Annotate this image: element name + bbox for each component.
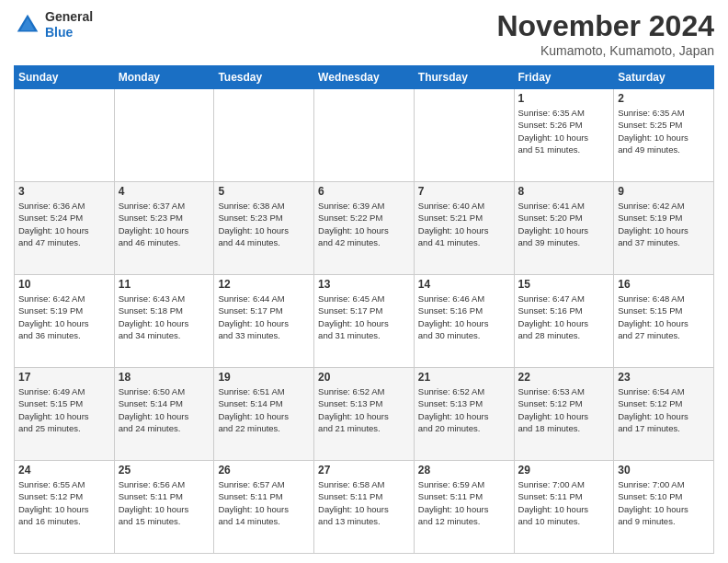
day-number: 6 — [318, 185, 410, 198]
col-friday: Friday — [514, 66, 614, 89]
cell-2-4: 14Sunrise: 6:46 AMSunset: 5:16 PMDayligh… — [414, 275, 514, 368]
cell-info: Sunrise: 6:51 AMSunset: 5:14 PMDaylight:… — [218, 385, 310, 434]
cell-2-5: 15Sunrise: 6:47 AMSunset: 5:16 PMDayligh… — [514, 275, 614, 368]
cell-info: Sunrise: 6:52 AMSunset: 5:13 PMDaylight:… — [318, 385, 410, 434]
day-number: 30 — [618, 464, 710, 477]
cell-1-3: 6Sunrise: 6:39 AMSunset: 5:22 PMDaylight… — [314, 182, 415, 275]
day-number: 7 — [418, 185, 510, 198]
logo-text: General Blue — [45, 9, 93, 40]
cell-3-4: 21Sunrise: 6:52 AMSunset: 5:13 PMDayligh… — [414, 368, 514, 461]
logo: General Blue — [14, 9, 93, 40]
cell-4-6: 30Sunrise: 7:00 AMSunset: 5:10 PMDayligh… — [614, 461, 714, 554]
cell-info: Sunrise: 6:35 AMSunset: 5:26 PMDaylight:… — [518, 107, 610, 155]
logo-blue: Blue — [45, 25, 73, 40]
cell-1-0: 3Sunrise: 6:36 AMSunset: 5:24 PMDaylight… — [15, 182, 115, 275]
cell-info: Sunrise: 6:56 AMSunset: 5:11 PMDaylight:… — [119, 478, 210, 527]
day-number: 3 — [18, 185, 110, 198]
day-number: 26 — [218, 464, 310, 477]
day-number: 19 — [218, 371, 310, 384]
cell-1-5: 8Sunrise: 6:41 AMSunset: 5:20 PMDaylight… — [514, 182, 614, 275]
day-number: 21 — [418, 371, 510, 384]
cell-1-2: 5Sunrise: 6:38 AMSunset: 5:23 PMDaylight… — [214, 182, 314, 275]
cell-info: Sunrise: 6:54 AMSunset: 5:12 PMDaylight:… — [618, 385, 710, 434]
cell-1-6: 9Sunrise: 6:42 AMSunset: 5:19 PMDaylight… — [614, 182, 714, 275]
day-number: 17 — [18, 371, 110, 384]
cell-info: Sunrise: 6:53 AMSunset: 5:12 PMDaylight:… — [518, 385, 610, 434]
col-tuesday: Tuesday — [214, 66, 314, 89]
day-number: 10 — [18, 278, 110, 291]
location: Kumamoto, Kumamoto, Japan — [496, 43, 714, 58]
cell-4-5: 29Sunrise: 7:00 AMSunset: 5:11 PMDayligh… — [514, 461, 614, 554]
day-number: 16 — [618, 278, 710, 291]
cell-info: Sunrise: 6:39 AMSunset: 5:22 PMDaylight:… — [318, 200, 410, 248]
cell-info: Sunrise: 6:48 AMSunset: 5:15 PMDaylight:… — [618, 293, 710, 341]
cell-4-4: 28Sunrise: 6:59 AMSunset: 5:11 PMDayligh… — [414, 461, 514, 554]
cell-3-2: 19Sunrise: 6:51 AMSunset: 5:14 PMDayligh… — [214, 368, 314, 461]
cell-info: Sunrise: 6:49 AMSunset: 5:15 PMDaylight:… — [18, 385, 110, 434]
week-row-4: 24Sunrise: 6:55 AMSunset: 5:12 PMDayligh… — [15, 461, 714, 554]
page: General Blue November 2024 Kumamoto, Kum… — [0, 0, 728, 563]
day-number: 8 — [518, 185, 610, 198]
col-monday: Monday — [114, 66, 214, 89]
day-number: 5 — [218, 185, 310, 198]
cell-1-1: 4Sunrise: 6:37 AMSunset: 5:23 PMDaylight… — [114, 182, 214, 275]
day-number: 22 — [518, 371, 610, 384]
week-row-1: 3Sunrise: 6:36 AMSunset: 5:24 PMDaylight… — [15, 182, 714, 275]
cell-info: Sunrise: 6:42 AMSunset: 5:19 PMDaylight:… — [618, 200, 710, 248]
day-number: 24 — [18, 464, 110, 477]
cell-1-4: 7Sunrise: 6:40 AMSunset: 5:21 PMDaylight… — [414, 182, 514, 275]
day-number: 1 — [518, 92, 610, 105]
day-number: 4 — [119, 185, 210, 198]
cell-4-2: 26Sunrise: 6:57 AMSunset: 5:11 PMDayligh… — [214, 461, 314, 554]
day-number: 14 — [418, 278, 510, 291]
cell-info: Sunrise: 7:00 AMSunset: 5:11 PMDaylight:… — [518, 478, 610, 527]
cell-info: Sunrise: 6:47 AMSunset: 5:16 PMDaylight:… — [518, 293, 610, 341]
day-number: 9 — [618, 185, 710, 198]
day-number: 25 — [119, 464, 210, 477]
day-number: 23 — [618, 371, 710, 384]
cell-3-6: 23Sunrise: 6:54 AMSunset: 5:12 PMDayligh… — [614, 368, 714, 461]
cell-2-0: 10Sunrise: 6:42 AMSunset: 5:19 PMDayligh… — [15, 275, 115, 368]
col-wednesday: Wednesday — [314, 66, 415, 89]
cell-0-5: 1Sunrise: 6:35 AMSunset: 5:26 PMDaylight… — [514, 89, 614, 182]
calendar-body: 1Sunrise: 6:35 AMSunset: 5:26 PMDaylight… — [15, 89, 714, 554]
cell-0-3 — [314, 89, 415, 182]
cell-2-1: 11Sunrise: 6:43 AMSunset: 5:18 PMDayligh… — [114, 275, 214, 368]
cell-0-2 — [214, 89, 314, 182]
cell-info: Sunrise: 6:35 AMSunset: 5:25 PMDaylight:… — [618, 107, 710, 155]
cell-0-6: 2Sunrise: 6:35 AMSunset: 5:25 PMDaylight… — [614, 89, 714, 182]
cell-2-2: 12Sunrise: 6:44 AMSunset: 5:17 PMDayligh… — [214, 275, 314, 368]
cell-info: Sunrise: 6:58 AMSunset: 5:11 PMDaylight:… — [318, 478, 410, 527]
cell-4-0: 24Sunrise: 6:55 AMSunset: 5:12 PMDayligh… — [15, 461, 115, 554]
cell-info: Sunrise: 6:36 AMSunset: 5:24 PMDaylight:… — [18, 200, 110, 248]
cell-info: Sunrise: 6:38 AMSunset: 5:23 PMDaylight:… — [218, 200, 310, 248]
month-title: November 2024 — [496, 9, 714, 43]
cell-3-3: 20Sunrise: 6:52 AMSunset: 5:13 PMDayligh… — [314, 368, 415, 461]
week-row-2: 10Sunrise: 6:42 AMSunset: 5:19 PMDayligh… — [15, 275, 714, 368]
cell-info: Sunrise: 6:55 AMSunset: 5:12 PMDaylight:… — [18, 478, 110, 527]
day-number: 18 — [119, 371, 210, 384]
day-number: 2 — [618, 92, 710, 105]
cell-info: Sunrise: 6:42 AMSunset: 5:19 PMDaylight:… — [18, 293, 110, 341]
day-number: 12 — [218, 278, 310, 291]
cell-info: Sunrise: 6:50 AMSunset: 5:14 PMDaylight:… — [119, 385, 210, 434]
cell-4-3: 27Sunrise: 6:58 AMSunset: 5:11 PMDayligh… — [314, 461, 415, 554]
cell-info: Sunrise: 6:44 AMSunset: 5:17 PMDaylight:… — [218, 293, 310, 341]
cell-3-1: 18Sunrise: 6:50 AMSunset: 5:14 PMDayligh… — [114, 368, 214, 461]
col-saturday: Saturday — [614, 66, 714, 89]
cell-info: Sunrise: 6:59 AMSunset: 5:11 PMDaylight:… — [418, 478, 510, 527]
day-number: 29 — [518, 464, 610, 477]
calendar-header: Sunday Monday Tuesday Wednesday Thursday… — [15, 66, 714, 89]
header-row: Sunday Monday Tuesday Wednesday Thursday… — [15, 66, 714, 89]
cell-info: Sunrise: 6:45 AMSunset: 5:17 PMDaylight:… — [318, 293, 410, 341]
cell-4-1: 25Sunrise: 6:56 AMSunset: 5:11 PMDayligh… — [114, 461, 214, 554]
cell-0-4 — [414, 89, 514, 182]
week-row-0: 1Sunrise: 6:35 AMSunset: 5:26 PMDaylight… — [15, 89, 714, 182]
header: General Blue November 2024 Kumamoto, Kum… — [14, 9, 714, 58]
col-thursday: Thursday — [414, 66, 514, 89]
day-number: 13 — [318, 278, 410, 291]
logo-general: General — [45, 9, 93, 24]
cell-info: Sunrise: 6:40 AMSunset: 5:21 PMDaylight:… — [418, 200, 510, 248]
cell-2-6: 16Sunrise: 6:48 AMSunset: 5:15 PMDayligh… — [614, 275, 714, 368]
week-row-3: 17Sunrise: 6:49 AMSunset: 5:15 PMDayligh… — [15, 368, 714, 461]
